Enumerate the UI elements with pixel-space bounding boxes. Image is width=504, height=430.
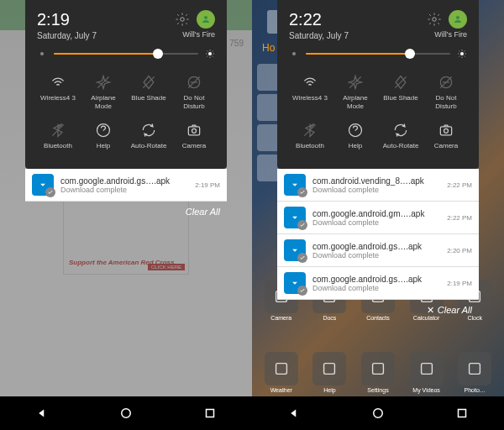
recents-icon[interactable] (454, 406, 470, 421)
gear-icon[interactable] (175, 12, 190, 27)
brightness-high-icon (457, 49, 467, 59)
qs-rotate[interactable]: Auto-Rotate (128, 118, 170, 160)
svg-point-37 (444, 129, 449, 134)
qs-dnd[interactable]: Do Not Disturb (173, 71, 215, 113)
qs-help[interactable]: Help (334, 118, 376, 160)
status-date: Saturday, July 7 (37, 31, 97, 40)
status-time: 2:22 (289, 10, 349, 29)
qs-dnd[interactable]: Do Not Disturb (425, 71, 467, 113)
download-icon (284, 239, 306, 261)
qs-label: Blue Shade (383, 94, 417, 109)
qs-label: Camera (182, 142, 206, 157)
clear-all[interactable]: ✕Clear All (277, 300, 479, 321)
app-photo-[interactable]: Photo… (452, 352, 497, 393)
download-icon (284, 174, 306, 196)
notification[interactable]: com.google.android.gm….apkDownload compl… (277, 202, 479, 234)
qs-camera[interactable]: Camera (173, 118, 215, 160)
svg-point-1 (204, 16, 207, 19)
download-icon (284, 272, 306, 294)
dnd-icon (186, 74, 202, 91)
notification[interactable]: com.google.android.gs….apkDownload compl… (25, 169, 227, 202)
rotate-icon (140, 122, 157, 139)
brightness-slider[interactable] (289, 49, 467, 59)
notif-subtitle: Download complete (312, 284, 440, 292)
avatar[interactable] (449, 10, 467, 29)
check-badge-icon (297, 253, 307, 263)
qs-label: Help (349, 142, 362, 157)
qs-wifi[interactable]: Wireless4 3 (37, 71, 79, 113)
wifi-icon (302, 74, 318, 91)
app-help[interactable]: Help (307, 352, 353, 393)
svg-line-4 (97, 76, 108, 87)
notif-subtitle: Download complete (312, 218, 440, 227)
app-icon (361, 352, 395, 385)
svg-point-0 (181, 18, 185, 22)
notification[interactable]: com.android.vending_8….apkDownload compl… (277, 169, 479, 202)
qs-label: Blue Shade (131, 94, 165, 109)
svg-point-12 (192, 129, 197, 134)
notif-title: com.google.android.gs….apk (60, 176, 188, 186)
svg-rect-20 (276, 364, 286, 375)
notif-title: com.android.vending_8….apk (312, 176, 440, 186)
svg-line-29 (349, 76, 360, 87)
qs-airplane[interactable]: Airplane Mode (334, 71, 376, 113)
qs-label: Do Not Disturb (173, 94, 215, 110)
back-icon[interactable] (286, 406, 302, 421)
qs-bluetooth[interactable]: Bluetooth (289, 118, 331, 160)
nav-bar (252, 396, 504, 430)
qs-bluetooth[interactable]: Bluetooth (37, 118, 79, 160)
notification-shade[interactable]: 2:22 Saturday, July 7 Will's Fire Wirele… (277, 0, 479, 321)
svg-rect-22 (373, 364, 384, 375)
check-badge-icon (297, 286, 307, 296)
qs-label: Do Not Disturb (425, 94, 467, 110)
svg-point-27 (292, 52, 296, 55)
quick-settings-grid: Wireless4 3Airplane ModeBlue ShadeDo Not… (289, 71, 467, 160)
qs-label: Bluetooth (296, 142, 324, 157)
qs-help[interactable]: Help (82, 118, 124, 160)
airplane-icon (95, 74, 112, 91)
svg-point-25 (433, 18, 437, 22)
gear-icon[interactable] (427, 12, 442, 27)
bluetooth-icon (302, 122, 318, 139)
svg-line-5 (143, 76, 154, 87)
notification-shade[interactable]: 2:19 Saturday, July 7 Will's Fire Wirele… (25, 0, 227, 222)
download-icon (32, 174, 54, 196)
qs-airplane[interactable]: Airplane Mode (82, 71, 124, 113)
home-icon[interactable] (118, 406, 134, 421)
app-label: Help (323, 387, 335, 393)
qs-rotate[interactable]: Auto-Rotate (380, 118, 422, 160)
qs-blueshade[interactable]: Blue Shade (128, 71, 170, 113)
recents-icon[interactable] (202, 406, 218, 421)
notif-time: 2:19 PM (195, 181, 220, 189)
app-my-videos[interactable]: My Videos (404, 352, 449, 393)
qs-blueshade[interactable]: Blue Shade (380, 71, 422, 113)
quick-settings-panel: 2:19 Saturday, July 7 Will's Fire Wirele… (25, 0, 227, 169)
quick-settings-grid: Wireless4 3Airplane ModeBlue ShadeDo Not… (37, 71, 215, 160)
notification[interactable]: com.google.android.gs….apkDownload compl… (277, 234, 479, 267)
brightness-high-icon (205, 49, 215, 59)
back-icon[interactable] (34, 406, 50, 421)
app-icon (410, 352, 444, 385)
app-icon (265, 352, 298, 385)
qs-wifi[interactable]: Wireless4 3 (289, 71, 331, 113)
app-weather[interactable]: Weather (259, 352, 304, 393)
clear-all[interactable]: Clear All (25, 202, 227, 222)
svg-rect-23 (421, 364, 432, 375)
notif-title: com.google.android.gs….apk (312, 275, 440, 284)
home-tab-label[interactable]: Ho (262, 42, 275, 54)
brightness-slider[interactable] (37, 49, 215, 59)
qs-camera[interactable]: Camera (425, 118, 467, 160)
app-settings[interactable]: Settings (355, 352, 401, 393)
notification[interactable]: com.google.android.gs….apkDownload compl… (277, 267, 479, 300)
user-name: Will's Fire (427, 30, 467, 39)
notif-time: 2:20 PM (447, 247, 472, 254)
help-icon (347, 122, 364, 139)
notif-subtitle: Download complete (312, 251, 440, 260)
wifi-icon (50, 74, 66, 91)
notif-subtitle: Download complete (312, 186, 440, 194)
avatar[interactable] (197, 10, 215, 29)
quick-settings-panel: 2:22 Saturday, July 7 Will's Fire Wirele… (277, 0, 479, 169)
check-badge-icon (297, 220, 307, 230)
home-icon[interactable] (370, 406, 386, 421)
svg-rect-36 (440, 127, 451, 135)
